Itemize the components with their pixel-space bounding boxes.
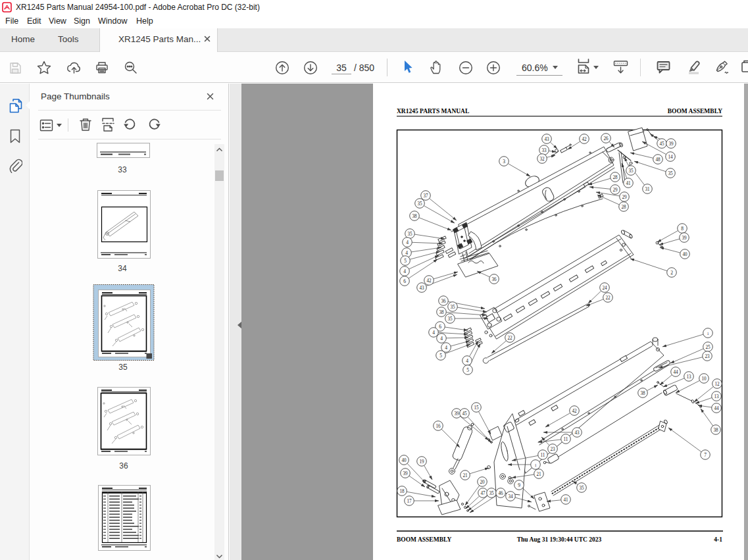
svg-text:XR1245 PARTS MANUAL: XR1245 PARTS MANUAL bbox=[397, 108, 469, 115]
svg-text:33: 33 bbox=[118, 165, 127, 174]
svg-text:29: 29 bbox=[612, 188, 618, 193]
svg-text:36: 36 bbox=[491, 277, 497, 282]
svg-text:40: 40 bbox=[682, 252, 687, 257]
svg-text:15: 15 bbox=[474, 405, 479, 411]
svg-text:21: 21 bbox=[536, 472, 541, 477]
svg-text:14: 14 bbox=[668, 155, 673, 160]
svg-text:4: 4 bbox=[440, 336, 443, 342]
svg-text:47: 47 bbox=[480, 491, 486, 496]
svg-text:6: 6 bbox=[439, 324, 441, 330]
svg-text:5: 5 bbox=[466, 367, 469, 373]
svg-text:16: 16 bbox=[436, 424, 441, 429]
svg-text:4: 4 bbox=[405, 250, 408, 256]
svg-text:BOOM ASSEMBLY: BOOM ASSEMBLY bbox=[397, 536, 451, 543]
svg-text:10: 10 bbox=[701, 376, 707, 382]
svg-text:5: 5 bbox=[439, 353, 442, 359]
svg-text:23: 23 bbox=[550, 447, 555, 452]
svg-text:35: 35 bbox=[668, 171, 673, 176]
svg-text:35: 35 bbox=[118, 363, 128, 372]
svg-text:BOOM ASSEMBLY: BOOM ASSEMBLY bbox=[668, 108, 722, 115]
svg-text:17: 17 bbox=[407, 499, 412, 504]
svg-text:11: 11 bbox=[564, 437, 568, 442]
svg-text:11: 11 bbox=[541, 453, 545, 458]
svg-text:45: 45 bbox=[462, 411, 467, 417]
svg-text:8: 8 bbox=[681, 226, 684, 232]
svg-text:33: 33 bbox=[541, 148, 547, 153]
svg-text:34: 34 bbox=[118, 264, 127, 273]
svg-text:31: 31 bbox=[645, 187, 650, 192]
svg-text:35: 35 bbox=[417, 201, 422, 207]
svg-text:23: 23 bbox=[705, 354, 710, 359]
svg-text:29: 29 bbox=[622, 195, 627, 200]
svg-text:28: 28 bbox=[621, 205, 626, 210]
svg-text:38: 38 bbox=[439, 310, 444, 315]
svg-text:42: 42 bbox=[426, 278, 432, 284]
svg-text:36: 36 bbox=[441, 299, 446, 304]
svg-text:38: 38 bbox=[640, 391, 645, 396]
svg-text:34: 34 bbox=[508, 494, 513, 499]
svg-text:22: 22 bbox=[605, 295, 611, 301]
svg-text:38: 38 bbox=[713, 428, 718, 433]
svg-text:6: 6 bbox=[403, 278, 406, 284]
svg-text:26: 26 bbox=[603, 136, 609, 141]
svg-text:13: 13 bbox=[686, 374, 691, 380]
svg-text:19: 19 bbox=[419, 459, 424, 465]
svg-text:3: 3 bbox=[503, 159, 505, 165]
svg-text:9: 9 bbox=[518, 482, 520, 488]
svg-text:42: 42 bbox=[572, 409, 577, 414]
svg-text:2: 2 bbox=[670, 270, 673, 276]
svg-text:39: 39 bbox=[682, 236, 687, 241]
svg-text:37: 37 bbox=[423, 193, 428, 199]
svg-text:25: 25 bbox=[705, 345, 711, 350]
svg-text:4-1: 4-1 bbox=[714, 536, 722, 543]
svg-text:41: 41 bbox=[563, 497, 568, 503]
svg-text:7: 7 bbox=[704, 452, 707, 458]
svg-text:42: 42 bbox=[582, 137, 587, 142]
svg-text:20: 20 bbox=[480, 480, 485, 485]
svg-text:13: 13 bbox=[714, 394, 719, 399]
svg-text:1: 1 bbox=[535, 463, 537, 467]
svg-text:35: 35 bbox=[447, 317, 453, 322]
svg-text:4: 4 bbox=[466, 358, 468, 364]
svg-text:35: 35 bbox=[407, 232, 412, 237]
svg-text:Thu Aug 31 19:30:44 UTC 2023: Thu Aug 31 19:30:44 UTC 2023 bbox=[517, 536, 602, 543]
svg-text:39: 39 bbox=[668, 141, 674, 147]
svg-text:24: 24 bbox=[602, 286, 607, 291]
svg-text:1: 1 bbox=[707, 332, 709, 336]
svg-text:38: 38 bbox=[412, 214, 417, 219]
svg-text:28: 28 bbox=[612, 175, 618, 180]
svg-text:46: 46 bbox=[498, 491, 503, 496]
svg-text:12: 12 bbox=[714, 382, 720, 387]
svg-text:35: 35 bbox=[489, 491, 494, 496]
svg-text:39: 39 bbox=[403, 471, 408, 476]
svg-text:32: 32 bbox=[539, 157, 545, 162]
svg-text:18: 18 bbox=[399, 489, 405, 494]
svg-text:35: 35 bbox=[628, 168, 634, 174]
svg-text:48: 48 bbox=[655, 157, 661, 163]
svg-text:44: 44 bbox=[673, 370, 678, 375]
svg-text:4: 4 bbox=[445, 345, 447, 351]
svg-text:35: 35 bbox=[579, 486, 584, 491]
svg-text:22: 22 bbox=[507, 336, 512, 341]
svg-text:40: 40 bbox=[401, 458, 407, 463]
svg-text:45: 45 bbox=[659, 141, 664, 147]
svg-text:39: 39 bbox=[454, 411, 459, 417]
svg-text:4: 4 bbox=[432, 330, 435, 336]
svg-text:4: 4 bbox=[406, 240, 409, 245]
svg-text:43: 43 bbox=[419, 286, 424, 291]
svg-text:43: 43 bbox=[544, 137, 549, 142]
svg-text:36: 36 bbox=[119, 461, 128, 471]
svg-text:4: 4 bbox=[403, 268, 406, 274]
svg-text:35: 35 bbox=[450, 305, 455, 310]
svg-text:5: 5 bbox=[404, 258, 407, 264]
svg-text:21: 21 bbox=[462, 473, 468, 478]
svg-text:43: 43 bbox=[574, 430, 580, 436]
svg-text:41: 41 bbox=[626, 181, 631, 186]
svg-text:44: 44 bbox=[714, 406, 719, 411]
